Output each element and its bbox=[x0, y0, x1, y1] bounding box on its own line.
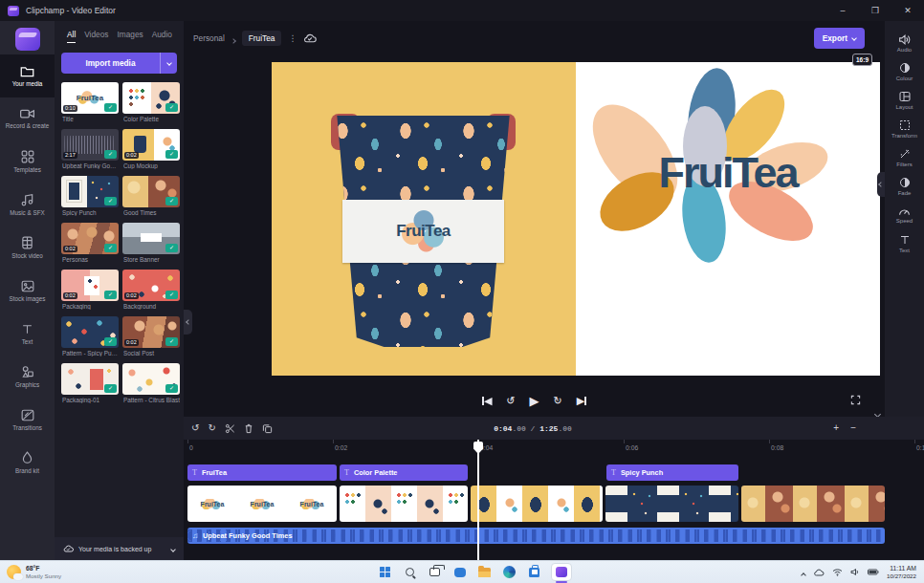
clipchamp-taskbar-button[interactable] bbox=[551, 563, 572, 581]
tool-layout[interactable]: Layout bbox=[885, 86, 924, 115]
cloud-saved-icon[interactable] bbox=[303, 33, 317, 43]
maximize-button[interactable]: ❐ bbox=[859, 0, 891, 21]
taskbar-weather-widget[interactable]: 68°F Mostly Sunny bbox=[0, 565, 61, 579]
media-item-cup-mockup[interactable]: 0:02 ✓ Cup Mockup bbox=[122, 129, 180, 174]
media-item-pattern-spicy-punch[interactable]: ✓ Pattern - Spicy Punch bbox=[61, 316, 119, 361]
media-thumbnail: ✓ bbox=[61, 363, 119, 395]
media-item-title[interactable]: FruiTea 0:10 ✓ Title bbox=[61, 82, 119, 127]
media-item-background[interactable]: 0:02 ✓ Background bbox=[122, 270, 180, 314]
media-thumbnail: 0:02 ✓ bbox=[61, 270, 119, 301]
tab-images[interactable]: Images bbox=[117, 30, 143, 43]
media-item-store-banner[interactable]: ✓ Store Banner bbox=[122, 223, 180, 268]
import-media-button[interactable]: Import media bbox=[61, 53, 160, 74]
video-clip-title[interactable]: FruiTea FruiTea FruiTea bbox=[187, 486, 337, 522]
tool-speed[interactable]: Speed bbox=[885, 201, 924, 229]
media-item-packaging[interactable]: 0:02 ✓ Packaging bbox=[61, 270, 119, 314]
sidebar-item-stock-images[interactable]: Stock images bbox=[0, 270, 55, 313]
text-clip-icon: T bbox=[344, 468, 349, 477]
aspect-ratio-badge[interactable]: 16:9 bbox=[852, 54, 872, 66]
breadcrumb-personal[interactable]: Personal bbox=[193, 33, 225, 43]
taskbar-clock[interactable]: 11:11 AM 10/27/2022 bbox=[887, 565, 916, 580]
sidebar-item-graphics[interactable]: Graphics bbox=[0, 356, 55, 399]
task-view-button[interactable] bbox=[427, 564, 443, 580]
media-thumbnail: ✓ bbox=[122, 176, 180, 207]
jump-forward-1s-button[interactable]: ↻1 bbox=[554, 396, 562, 406]
file-explorer-button[interactable] bbox=[476, 564, 493, 580]
playhead[interactable] bbox=[477, 440, 479, 560]
skip-to-start-button[interactable]: ▶ bbox=[482, 396, 492, 406]
video-clip-cup-mockup[interactable] bbox=[471, 486, 603, 522]
camera-icon bbox=[20, 108, 34, 119]
filters-wand-icon bbox=[899, 148, 911, 160]
tab-videos[interactable]: Videos bbox=[84, 30, 108, 43]
media-item-pattern-citrus-blast[interactable]: ✓ Pattern - Citrus Blast bbox=[122, 363, 180, 408]
jump-back-1s-button[interactable]: ↺1 bbox=[506, 396, 515, 406]
tab-all[interactable]: All bbox=[67, 30, 76, 43]
minimize-button[interactable]: – bbox=[826, 0, 859, 21]
tool-text[interactable]: Text bbox=[885, 229, 924, 258]
play-button[interactable]: ▶ bbox=[530, 395, 539, 407]
media-item-packaging-01[interactable]: ✓ Packaging-01 bbox=[61, 363, 119, 408]
transport-controls: ▶ ↺1 ▶ ↻1 ▶ bbox=[184, 395, 885, 407]
check-icon: ✓ bbox=[165, 384, 178, 393]
tab-audio[interactable]: Audio bbox=[152, 30, 172, 43]
sidebar-item-music-sfx[interactable]: Music & SFX bbox=[0, 184, 55, 227]
text-clip-color-palette[interactable]: T Color Palette bbox=[340, 464, 468, 481]
backup-expand-chevron[interactable] bbox=[171, 546, 175, 552]
import-media-dropdown[interactable] bbox=[160, 53, 177, 74]
media-panel-collapse-handle[interactable] bbox=[184, 310, 192, 335]
store-button[interactable] bbox=[526, 564, 542, 580]
tool-transform[interactable]: Transform bbox=[885, 115, 924, 143]
sidebar-item-record-create[interactable]: Record & create bbox=[0, 97, 55, 140]
tray-expand-chevron[interactable] bbox=[802, 564, 805, 581]
video-clip-spicy-punch[interactable] bbox=[605, 486, 738, 522]
breadcrumb-project-name[interactable]: FruiTea bbox=[242, 31, 282, 46]
tool-colour[interactable]: Colour bbox=[885, 57, 924, 86]
check-icon: ✓ bbox=[165, 291, 178, 299]
timeline: ↺ ↻ 0:04.00 / 1:25.00 + − 0 bbox=[184, 417, 924, 560]
tool-audio[interactable]: Audio bbox=[885, 29, 924, 57]
start-button[interactable] bbox=[377, 564, 393, 580]
media-item-good-times[interactable]: ✓ Good Times bbox=[122, 176, 180, 221]
clipchamp-logo[interactable] bbox=[15, 28, 40, 51]
media-item-color-palette[interactable]: ✓ Color Palette bbox=[122, 82, 180, 127]
close-button[interactable]: ✕ bbox=[891, 0, 924, 21]
film-icon bbox=[21, 236, 33, 249]
kebab-menu[interactable]: ⋮ bbox=[288, 33, 297, 43]
transform-icon bbox=[899, 119, 911, 131]
chevron-right-icon bbox=[231, 30, 235, 47]
media-item-personas[interactable]: 0:02 ✓ Personas bbox=[61, 223, 119, 268]
video-clip-good-times[interactable] bbox=[741, 486, 885, 522]
sidebar-item-brand-kit[interactable]: Brand kit bbox=[0, 442, 55, 485]
sidebar-item-templates[interactable]: Templates bbox=[0, 140, 55, 184]
wifi-icon[interactable] bbox=[832, 568, 843, 576]
battery-icon[interactable] bbox=[868, 569, 879, 575]
export-button[interactable]: Export bbox=[814, 28, 865, 49]
sidebar-item-stock-video[interactable]: Stock video bbox=[0, 227, 55, 270]
edge-button[interactable] bbox=[501, 564, 517, 580]
media-item-social-post[interactable]: 0:02 ✓ Social Post bbox=[122, 316, 180, 361]
tool-rail-collapse-handle[interactable] bbox=[877, 172, 885, 197]
tool-filters[interactable]: Filters bbox=[885, 143, 924, 172]
sidebar-item-text[interactable]: Text bbox=[0, 313, 55, 356]
volume-icon[interactable] bbox=[850, 568, 860, 576]
audio-clip-upbeat-funky-good-times[interactable]: ♫ Upbeat Funky Good Times bbox=[187, 528, 885, 544]
sidebar-item-your-media[interactable]: Your media bbox=[0, 54, 55, 97]
media-grid: FruiTea 0:10 ✓ Title ✓ Color Palette 2:1… bbox=[55, 82, 184, 408]
text-clip-fruitea[interactable]: T FruiTea bbox=[187, 464, 337, 481]
text-clip-spicy-punch[interactable]: T Spicy Punch bbox=[606, 464, 738, 481]
editor-main: Audio Colour Layout Transform Filters Fa… bbox=[184, 21, 924, 560]
check-icon: ✓ bbox=[165, 150, 178, 159]
video-preview-stage[interactable]: FruiTea FruiTea bbox=[272, 62, 880, 376]
timeline-ruler[interactable]: 0 0:02 0:04 0:06 0:08 0:10 bbox=[184, 440, 924, 459]
onedrive-cloud-icon[interactable] bbox=[813, 569, 825, 576]
sidebar-item-transitions[interactable]: Transitions bbox=[0, 399, 55, 442]
fullscreen-button[interactable] bbox=[850, 395, 861, 405]
media-item-upbeat-funky[interactable]: 2:17 ✓ Upbeat Funky Good Tim... bbox=[61, 129, 119, 174]
media-item-spicy-punch[interactable]: ✓ Spicy Punch bbox=[61, 176, 119, 221]
search-button[interactable] bbox=[402, 564, 418, 580]
tool-fade[interactable]: Fade bbox=[885, 172, 924, 201]
skip-to-end-button[interactable]: ▶ bbox=[577, 396, 586, 406]
chat-button[interactable] bbox=[451, 564, 468, 580]
video-clip-color-palette[interactable] bbox=[340, 486, 468, 522]
